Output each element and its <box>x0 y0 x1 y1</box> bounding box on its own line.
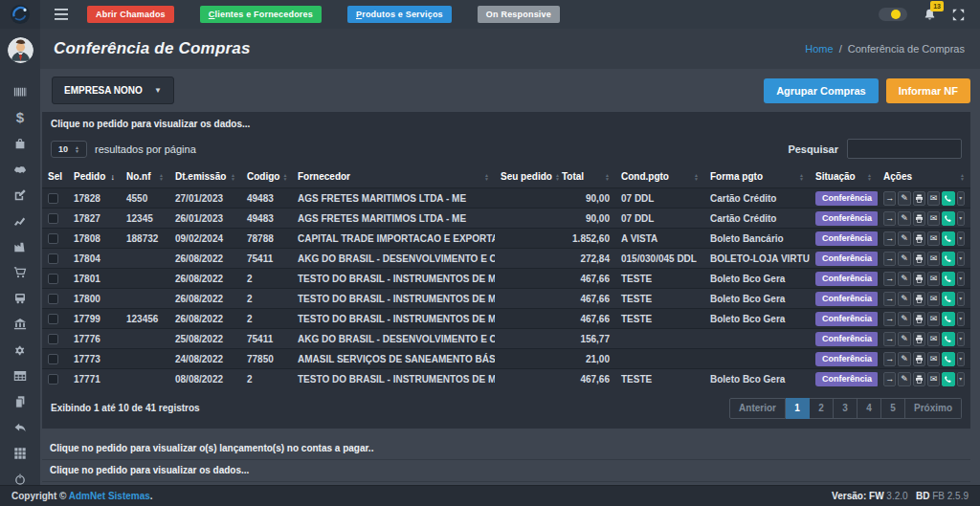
cell-pedido[interactable]: 17808 <box>68 229 121 249</box>
fullscreen-icon[interactable] <box>952 9 965 21</box>
admnet-link[interactable]: AdmNet Sistemas <box>69 491 150 501</box>
pagination-page-2[interactable]: 2 <box>810 398 834 419</box>
column-header-codigo[interactable]: Codigo▲▼ <box>241 167 292 188</box>
action-whatsapp-button[interactable] <box>942 312 954 326</box>
shopping-bag-icon[interactable] <box>0 130 40 156</box>
table-row[interactable]: 178271234526/01/202349483AGS FRETES MARI… <box>42 209 970 229</box>
agrupar-compras-button[interactable]: Agrupar Compras <box>764 78 879 103</box>
dollar-sign-icon[interactable]: $ <box>0 104 40 130</box>
row-checkbox[interactable] <box>48 314 58 324</box>
user-avatar[interactable] <box>8 37 33 63</box>
action-more-button[interactable]: ▾ <box>957 191 965 206</box>
row-checkbox[interactable] <box>48 374 58 385</box>
column-header-fornecedor[interactable]: Fornecedor▲▼ <box>292 167 495 188</box>
file-copy-icon[interactable] <box>0 388 40 414</box>
table-row[interactable]: 1780818873209/02/202478788CAPITAL TRADE … <box>42 229 970 249</box>
pagination-next-button[interactable]: Próximo <box>905 398 962 419</box>
action-open-button[interactable]: → <box>883 191 896 206</box>
action-whatsapp-button[interactable] <box>942 252 954 266</box>
action-open-button[interactable]: → <box>883 292 896 306</box>
action-print-button[interactable] <box>913 231 925 246</box>
row-checkbox[interactable] <box>48 294 58 304</box>
action-open-button[interactable]: → <box>883 312 896 326</box>
cell-pedido[interactable]: 17801 <box>68 269 121 289</box>
action-more-button[interactable]: ▾ <box>957 292 965 306</box>
action-open-button[interactable]: → <box>883 272 896 286</box>
pagination-page-4[interactable]: 4 <box>858 398 881 419</box>
bus-icon[interactable] <box>0 285 40 311</box>
menu-toggle-icon[interactable] <box>55 9 68 20</box>
action-mail-button[interactable]: ✉ <box>927 312 940 326</box>
table-row[interactable]: 1780026/08/20222TESTO DO BRASIL - INSTRU… <box>42 289 970 309</box>
row-checkbox[interactable] <box>48 213 58 224</box>
grid-icon[interactable] <box>0 440 40 466</box>
action-more-button[interactable]: ▾ <box>957 312 965 326</box>
action-whatsapp-button[interactable] <box>942 292 954 306</box>
column-header-situação[interactable]: Situação▲▼ <box>810 167 878 188</box>
column-header-no-nf[interactable]: No.nf▲▼ <box>121 167 169 188</box>
barcode-icon[interactable] <box>0 78 40 104</box>
action-edit-button[interactable]: ✎ <box>898 191 910 206</box>
action-mail-button[interactable]: ✉ <box>927 352 940 366</box>
action-more-button[interactable]: ▾ <box>957 332 965 346</box>
bank-icon[interactable] <box>0 311 40 337</box>
action-print-button[interactable] <box>913 292 925 306</box>
handshake-icon[interactable] <box>0 156 40 182</box>
action-more-button[interactable]: ▾ <box>957 372 965 386</box>
action-mail-button[interactable]: ✉ <box>927 332 940 346</box>
gears-icon[interactable] <box>0 337 40 363</box>
cell-pedido[interactable]: 17771 <box>68 369 121 389</box>
table-row[interactable]: 1777324/08/202277850AMASIL SERVIÇOS DE S… <box>42 349 970 369</box>
action-open-button[interactable]: → <box>883 352 896 366</box>
action-open-button[interactable]: → <box>883 211 896 226</box>
action-whatsapp-button[interactable] <box>942 352 954 366</box>
action-edit-button[interactable]: ✎ <box>898 332 910 346</box>
company-select[interactable]: EMPRESA NONO ▼ <box>52 77 174 104</box>
action-open-button[interactable]: → <box>883 332 896 346</box>
column-header-cond-pgto[interactable]: Cond.pgto▲▼ <box>615 167 704 188</box>
action-edit-button[interactable]: ✎ <box>898 372 910 386</box>
row-checkbox[interactable] <box>48 274 58 284</box>
row-checkbox[interactable] <box>48 233 58 244</box>
informar-nf-button[interactable]: Informar NF <box>886 78 970 103</box>
column-header-forma-pgto[interactable]: Forma pgto▲▼ <box>704 167 810 188</box>
nav-button-produtos-e-servi-os[interactable]: Produtos e Serviços <box>347 6 452 23</box>
action-print-button[interactable] <box>913 272 925 286</box>
action-whatsapp-button[interactable] <box>942 272 954 286</box>
cell-pedido[interactable]: 17799 <box>68 309 121 329</box>
action-whatsapp-button[interactable] <box>942 191 954 206</box>
table-row[interactable]: 1777108/08/20222TESTO DO BRASIL - INSTRU… <box>42 369 970 389</box>
table-row[interactable]: 17828455027/01/202349483AGS FRETES MARIT… <box>42 188 970 209</box>
row-checkbox[interactable] <box>48 253 58 264</box>
action-print-button[interactable] <box>913 211 925 226</box>
notifications-button[interactable]: 13 <box>924 8 936 21</box>
reply-icon[interactable] <box>0 414 40 440</box>
action-mail-button[interactable]: ✉ <box>927 372 940 386</box>
cell-pedido[interactable]: 17804 <box>68 249 121 269</box>
cell-pedido[interactable]: 17776 <box>68 329 121 349</box>
action-mail-button[interactable]: ✉ <box>927 272 940 286</box>
table-row[interactable]: 1780426/08/202275411AKG DO BRASIL - DESE… <box>42 249 970 269</box>
action-edit-button[interactable]: ✎ <box>898 352 910 366</box>
action-mail-button[interactable]: ✉ <box>927 211 940 226</box>
pagination-prev-button[interactable]: Anterior <box>729 398 786 419</box>
action-open-button[interactable]: → <box>883 252 896 266</box>
shopping-cart-icon[interactable] <box>0 259 40 285</box>
action-edit-button[interactable]: ✎ <box>898 252 910 266</box>
table-icon[interactable] <box>0 363 40 388</box>
column-header-ações[interactable]: Ações▲▼ <box>878 167 970 188</box>
action-whatsapp-button[interactable] <box>942 231 954 246</box>
action-print-button[interactable] <box>913 352 925 366</box>
action-edit-button[interactable]: ✎ <box>898 292 910 306</box>
app-logo[interactable] <box>0 0 40 29</box>
industry-icon[interactable] <box>0 233 40 259</box>
action-mail-button[interactable]: ✉ <box>927 252 940 266</box>
action-edit-button[interactable]: ✎ <box>898 231 910 246</box>
action-more-button[interactable]: ▾ <box>957 231 965 246</box>
action-print-button[interactable] <box>913 332 925 346</box>
row-checkbox[interactable] <box>48 354 58 364</box>
action-print-button[interactable] <box>913 372 925 386</box>
theme-toggle[interactable] <box>879 8 907 21</box>
cell-pedido[interactable]: 17800 <box>68 289 121 309</box>
page-size-select[interactable]: 10 ▲▼ <box>51 141 87 158</box>
